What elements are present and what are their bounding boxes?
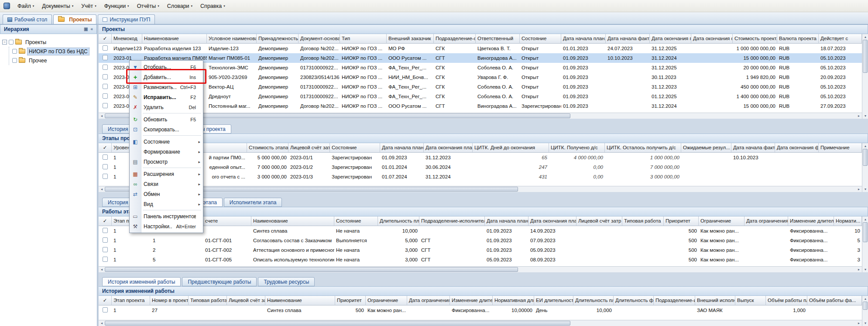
scrollbar-track[interactable]: [105, 267, 856, 272]
column-header[interactable]: Внешний заказчик: [387, 34, 434, 44]
row-checkbox[interactable]: [103, 257, 108, 262]
column-header[interactable]: Приоритет: [335, 296, 366, 305]
column-header[interactable]: Дата окончания пл...: [650, 34, 691, 44]
select-all-header[interactable]: ✓: [99, 34, 112, 44]
row-checkbox[interactable]: [103, 93, 108, 99]
tree-node[interactable]: НИОКР по ГОЗ без НДС: [12, 47, 95, 56]
scrollbar-track[interactable]: [862, 40, 868, 113]
scrollbar-track[interactable]: [105, 186, 856, 192]
column-header[interactable]: Состояние: [334, 216, 378, 226]
scroll-right-icon[interactable]: ▸: [856, 186, 862, 192]
detail-tab[interactable]: Исполнители этапа: [224, 198, 282, 207]
column-header[interactable]: Стоимость этапа: [247, 143, 288, 153]
scroll-up-icon[interactable]: ▴: [862, 34, 868, 40]
column-header[interactable]: Ответственный: [476, 34, 520, 44]
node-checkbox[interactable]: [12, 58, 17, 63]
scroll-down-icon[interactable]: ▾: [862, 320, 868, 326]
column-header[interactable]: Документ-основани: [298, 34, 340, 44]
scroll-up-icon[interactable]: ▴: [862, 296, 868, 302]
context-menu-item[interactable]: ▤Просмотр▸: [130, 157, 203, 167]
column-header[interactable]: Дата окончания план: [424, 143, 473, 153]
table-row[interactable]: 2023-03905-У020-23/269Демопример230823/0…: [99, 72, 862, 82]
column-header[interactable]: Наименование: [265, 296, 335, 305]
menubar-item[interactable]: Функции▾: [100, 1, 133, 11]
column-header[interactable]: ЦИТК. Дней до окончания: [473, 143, 549, 153]
select-all-header[interactable]: ✓: [99, 216, 112, 226]
scroll-left-icon[interactable]: ◂: [99, 186, 105, 192]
column-header[interactable]: Дата начала факт.: [606, 34, 650, 44]
horizontal-scrollbar[interactable]: ◂▸: [99, 113, 862, 119]
column-header[interactable]: Дата начала факт: [731, 143, 775, 153]
scroll-left-icon[interactable]: ◂: [99, 320, 105, 326]
column-header[interactable]: ЕИ длительности: [534, 296, 573, 305]
row-checkbox[interactable]: [103, 55, 108, 60]
column-header[interactable]: Дата начала план: [380, 143, 424, 153]
detail-tab[interactable]: История изменений работы: [102, 277, 181, 286]
column-header[interactable]: Лицевой счёт затр: [227, 296, 265, 305]
scrollbar-thumb[interactable]: [105, 321, 570, 326]
context-menu-item[interactable]: Вид▸: [130, 199, 203, 209]
row-checkbox[interactable]: [103, 307, 108, 312]
scrollbar-thumb[interactable]: [105, 267, 518, 272]
menubar-item[interactable]: Файл▾: [14, 1, 38, 11]
node-checkbox[interactable]: [12, 49, 17, 54]
app-icon[interactable]: [3, 3, 10, 9]
column-header[interactable]: Лицевой счёт затрат.: [288, 143, 330, 153]
row-checkbox[interactable]: [103, 154, 108, 160]
column-header[interactable]: Типовая работа: [622, 216, 664, 226]
table-row[interactable]: 1ого отчета с ...3 000 000,002023-01/3За…: [99, 172, 862, 182]
column-header[interactable]: Действует с: [819, 34, 862, 44]
column-header[interactable]: Примечание: [819, 143, 862, 153]
scrollbar-thumb[interactable]: [863, 149, 868, 166]
tree-node-root[interactable]: −Проекты: [2, 38, 95, 47]
scroll-right-icon[interactable]: ▸: [856, 267, 862, 272]
context-menu-item[interactable]: ◧Состояние▸: [130, 137, 203, 147]
select-all-header[interactable]: ✓: [99, 296, 112, 305]
table-row[interactable]: 1501-СГТ-005Описать используемую техноло…: [99, 255, 862, 264]
scroll-down-icon[interactable]: ▾: [862, 113, 868, 119]
row-checkbox[interactable]: [103, 45, 108, 51]
column-header[interactable]: Длительность пла...: [573, 296, 614, 305]
column-header[interactable]: Приоритет: [664, 216, 699, 226]
column-header[interactable]: Дата ограничения: [744, 216, 788, 226]
column-header[interactable]: Номер в проекте: [150, 296, 189, 305]
table-row[interactable]: 2023-05ДредноутДемопример017310000922...…: [99, 92, 862, 101]
column-header[interactable]: Нормати...: [834, 216, 862, 226]
column-header[interactable]: Длительность план ▼: [378, 216, 419, 226]
table-row[interactable]: 2023-02Технология-ЭМСДемопример017310000…: [99, 63, 862, 72]
table-row[interactable]: 2023-01нПостоянный маг...ДемопримерДогов…: [99, 101, 862, 111]
context-menu-item[interactable]: ✎Исправить...F2: [130, 92, 203, 102]
column-header[interactable]: ЦИТК. Осталось получить д/с: [605, 143, 681, 153]
menubar-item[interactable]: Учёт▾: [77, 1, 100, 11]
scrollbar-track[interactable]: [105, 113, 856, 119]
column-header[interactable]: Принадлежность: [257, 34, 298, 44]
table-row[interactable]: Изделие123Разработка изделия 123Изделие-…: [99, 44, 862, 53]
horizontal-scrollbar[interactable]: ◂▸: [99, 320, 862, 326]
scrollbar-track[interactable]: [862, 302, 868, 320]
column-header[interactable]: Внешний исполни...: [695, 296, 735, 305]
scrollbar-thumb[interactable]: [863, 40, 868, 73]
row-checkbox[interactable]: [103, 247, 108, 252]
table-row[interactable]: 2023-01Разработка магнита ПМ085-01Магнит…: [99, 53, 862, 63]
table-row[interactable]: 2023-04Вектор-АЦДемопример017310000922..…: [99, 82, 862, 92]
table-row[interactable]: 127Синтез сплаваНе начата10,00001.09.202…: [99, 226, 862, 236]
column-header[interactable]: Изменение длител...: [450, 296, 493, 305]
context-menu-item[interactable]: Формирование▸: [130, 147, 203, 157]
main-tab[interactable]: Инструкции ПУП: [98, 14, 155, 24]
main-tab[interactable]: Рабочий стол: [3, 14, 52, 24]
collapse-panel-icon[interactable]: «: [90, 27, 93, 31]
scroll-up-icon[interactable]: ▴: [862, 216, 868, 222]
column-header[interactable]: Дата окончания ф...: [691, 34, 733, 44]
column-header[interactable]: Лицевой счёт затр: [576, 216, 622, 226]
row-checkbox[interactable]: [103, 65, 108, 70]
column-header[interactable]: Объём работы фа...: [807, 296, 862, 305]
table-row[interactable]: 127Синтез сплава500Как можно ран...Фикси…: [99, 305, 862, 315]
pin-icon[interactable]: ▣: [84, 27, 88, 31]
row-checkbox[interactable]: [103, 174, 108, 179]
column-header[interactable]: Валюта проекта: [777, 34, 819, 44]
table-row[interactable]: 1201-СГТ-002Аттестация основного и приме…: [99, 245, 862, 255]
column-header[interactable]: Выпуск: [735, 296, 766, 305]
column-header[interactable]: Подразделение-исполнитель...: [419, 216, 485, 226]
column-header[interactable]: Состояние: [330, 143, 380, 153]
column-header[interactable]: Ожидаемые резул...: [681, 143, 731, 153]
